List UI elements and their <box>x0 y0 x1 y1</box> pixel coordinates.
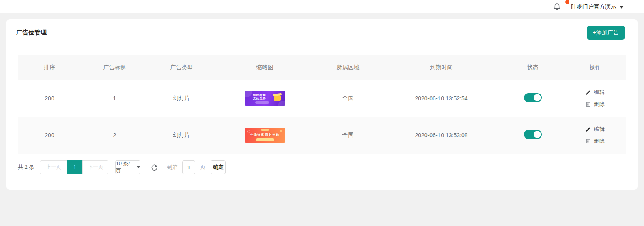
cell-sort: 200 <box>18 117 81 154</box>
goto-page-suffix-label: 页 <box>200 164 205 171</box>
decoration <box>245 91 252 97</box>
pencil-icon <box>586 90 591 95</box>
cell-region: 全国 <box>314 80 381 117</box>
column-header-region: 所属区域 <box>314 55 381 80</box>
table-row: 200 2 幻灯片 全场特惠 限时抢购 全国 2020-06-10 13:5 <box>18 117 626 154</box>
table-row: 200 1 幻灯片 限时抢购 先抢先得 <box>18 80 626 117</box>
username: 叮咚门户官方演示 <box>571 3 616 11</box>
cell-sort: 200 <box>18 80 81 117</box>
confirm-button[interactable]: 确定 <box>211 160 226 174</box>
table-header-row: 排序 广告标题 广告类型 缩略图 所属区域 到期时间 状态 操作 <box>18 55 626 80</box>
cell-title: 1 <box>81 80 148 117</box>
notification-badge-dot <box>565 0 569 4</box>
cell-type: 幻灯片 <box>148 117 215 154</box>
refresh-icon <box>151 164 158 171</box>
column-header-sort: 排序 <box>18 55 81 80</box>
pencil-icon <box>586 127 591 132</box>
ad-thumbnail-image: 全场特惠 限时抢购 <box>245 128 285 143</box>
gift-box-graphic <box>274 95 281 101</box>
column-header-expiry: 到期时间 <box>381 55 501 80</box>
delete-button[interactable]: 删除 <box>586 137 605 145</box>
page-button-group: 上一页 1 下一页 <box>40 160 108 174</box>
page-size-value: 10 条/页 <box>116 160 135 175</box>
edit-button[interactable]: 编辑 <box>586 126 605 133</box>
refresh-button[interactable] <box>151 164 158 171</box>
cell-expiry: 2020-06-10 13:53:08 <box>381 117 501 154</box>
decoration <box>280 130 282 132</box>
chevron-down-icon <box>137 166 140 168</box>
card-body: 排序 广告标题 广告类型 缩略图 所属区域 到期时间 状态 操作 200 1 幻… <box>6 46 638 174</box>
edit-button[interactable]: 编辑 <box>586 89 605 96</box>
cell-type: 幻灯片 <box>148 80 215 117</box>
thumbnail-cta-pill <box>255 101 269 104</box>
column-header-status: 状态 <box>501 55 564 80</box>
toggle-knob <box>534 131 541 138</box>
trash-icon <box>586 101 591 107</box>
column-header-title: 广告标题 <box>81 55 148 80</box>
total-count-label: 共 2 条 <box>18 164 34 171</box>
topbar: 叮咚门户官方演示 <box>0 0 644 13</box>
thumbnail-text: 全场特惠 限时抢购 <box>245 133 285 137</box>
status-toggle[interactable] <box>524 93 542 102</box>
delete-button[interactable]: 删除 <box>586 100 605 108</box>
cell-region: 全国 <box>314 117 381 154</box>
cell-title: 2 <box>81 117 148 154</box>
page-title: 广告位管理 <box>16 29 47 36</box>
current-page-button[interactable]: 1 <box>67 160 83 174</box>
cell-expiry: 2020-06-10 13:52:54 <box>381 80 501 117</box>
user-menu[interactable]: 叮咚门户官方演示 <box>571 3 624 11</box>
trash-icon <box>586 138 591 144</box>
pagination-bar: 共 2 条 上一页 1 下一页 10 条/页 到第 页 确定 <box>18 160 626 174</box>
ads-table: 排序 广告标题 广告类型 缩略图 所属区域 到期时间 状态 操作 200 1 幻… <box>18 55 626 154</box>
goto-page-input[interactable] <box>182 160 195 174</box>
ad-thumbnail-image: 限时抢购 先抢先得 <box>245 91 285 106</box>
page-size-select[interactable]: 10 条/页 <box>115 160 140 174</box>
next-page-button[interactable]: 下一页 <box>82 160 108 174</box>
decoration <box>278 101 285 106</box>
ad-management-card: 广告位管理 +添加广告 排序 广告标题 广告类型 缩略图 所属区域 到期时间 状… <box>6 19 638 190</box>
thumbnail-cta-pill <box>256 138 274 141</box>
card-header: 广告位管理 +添加广告 <box>6 19 638 46</box>
goto-page-prefix-label: 到第 <box>167 164 177 171</box>
prev-page-button[interactable]: 上一页 <box>40 160 67 174</box>
chevron-down-icon <box>620 6 624 9</box>
notification-bell-button[interactable] <box>554 3 560 11</box>
column-header-actions: 操作 <box>564 55 626 80</box>
bell-icon <box>554 3 560 11</box>
toggle-knob <box>534 94 541 101</box>
column-header-type: 广告类型 <box>148 55 215 80</box>
decoration <box>261 129 269 131</box>
thumbnail-text: 限时抢购 先抢先得 <box>253 94 266 100</box>
add-ad-button[interactable]: +添加广告 <box>587 26 625 40</box>
column-header-thumbnail: 缩略图 <box>215 55 314 80</box>
status-toggle[interactable] <box>524 130 542 139</box>
